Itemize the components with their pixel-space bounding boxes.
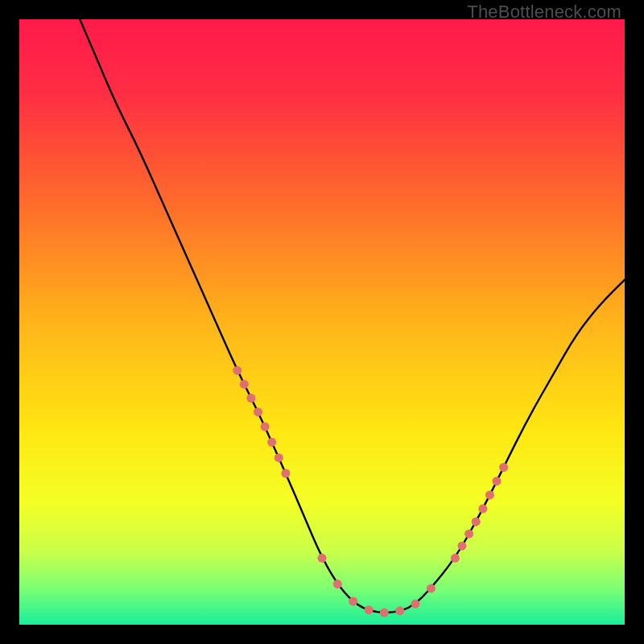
svg-rect-0 [19,19,625,625]
plot-frame [19,19,625,625]
plot-gradient-background [19,19,625,625]
